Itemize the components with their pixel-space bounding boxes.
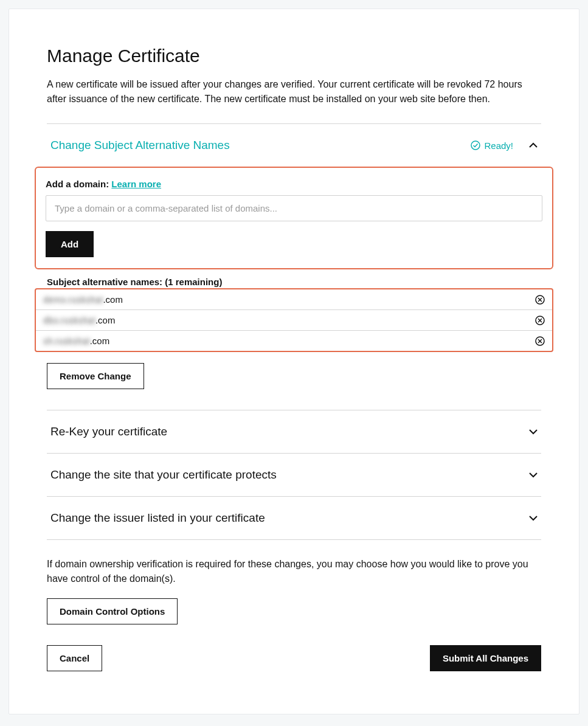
san-domain: demo.ruskshat.com — [43, 294, 535, 305]
san-item: demo.ruskshat.com — [36, 289, 552, 310]
remove-domain-icon[interactable] — [535, 336, 545, 346]
domain-input[interactable] — [46, 195, 542, 221]
accordion-change-site-header[interactable]: Change the site that your certificate pr… — [47, 454, 541, 496]
page-intro: A new certificate will be issued after y… — [47, 77, 541, 106]
submit-all-changes-button[interactable]: Submit All Changes — [430, 645, 541, 671]
add-domain-box: Add a domain Learn more Add — [35, 167, 553, 269]
chevron-down-icon — [528, 513, 539, 524]
accordion-rekey-title: Re-Key your certificate — [50, 425, 528, 438]
san-item: sh.ruskshat.com — [36, 331, 552, 351]
check-circle-icon — [471, 140, 480, 150]
svg-point-0 — [471, 141, 480, 150]
add-domain-label-row: Add a domain Learn more — [46, 179, 542, 189]
footer-actions: Cancel Submit All Changes — [47, 645, 541, 671]
accordion-san-header[interactable]: Change Subject Alternative Names Ready! — [47, 124, 541, 167]
accordion-change-issuer-header[interactable]: Change the issuer listed in your certifi… — [47, 497, 541, 539]
learn-more-link[interactable]: Learn more — [111, 179, 161, 189]
chevron-up-icon — [528, 140, 539, 151]
san-list-heading: Subject alternative names: (1 remaining) — [47, 277, 541, 287]
accordion-change-site-title: Change the site that your certificate pr… — [50, 468, 528, 482]
status-text: Ready! — [484, 140, 513, 151]
add-domain-label: Add a domain — [46, 179, 111, 189]
san-domain: sh.ruskshat.com — [43, 336, 535, 346]
status-ready: Ready! — [471, 140, 513, 151]
domain-control-options-button[interactable]: Domain Control Options — [47, 598, 178, 624]
remove-change-button[interactable]: Remove Change — [47, 363, 144, 389]
accordion-change-issuer-title: Change the issuer listed in your certifi… — [50, 511, 528, 525]
accordion-san-title: Change Subject Alternative Names — [50, 139, 471, 152]
chevron-down-icon — [528, 426, 539, 437]
footer-note: If domain ownership verification is requ… — [47, 557, 541, 586]
add-button[interactable]: Add — [46, 231, 94, 257]
divider — [47, 539, 541, 540]
san-domain: dbo.ruskshat.com — [43, 315, 535, 325]
remove-domain-icon[interactable] — [535, 295, 545, 305]
san-list-box: demo.ruskshat.com dbo.ruskshat.com sh.ru… — [35, 288, 553, 352]
accordion-rekey-header[interactable]: Re-Key your certificate — [47, 410, 541, 453]
cancel-button[interactable]: Cancel — [47, 645, 102, 671]
remove-domain-icon[interactable] — [535, 316, 545, 325]
manage-certificate-card: Manage Certificate A new certificate wil… — [9, 9, 579, 714]
chevron-down-icon — [528, 469, 539, 480]
san-item: dbo.ruskshat.com — [36, 310, 552, 331]
page-title: Manage Certificate — [47, 46, 541, 66]
